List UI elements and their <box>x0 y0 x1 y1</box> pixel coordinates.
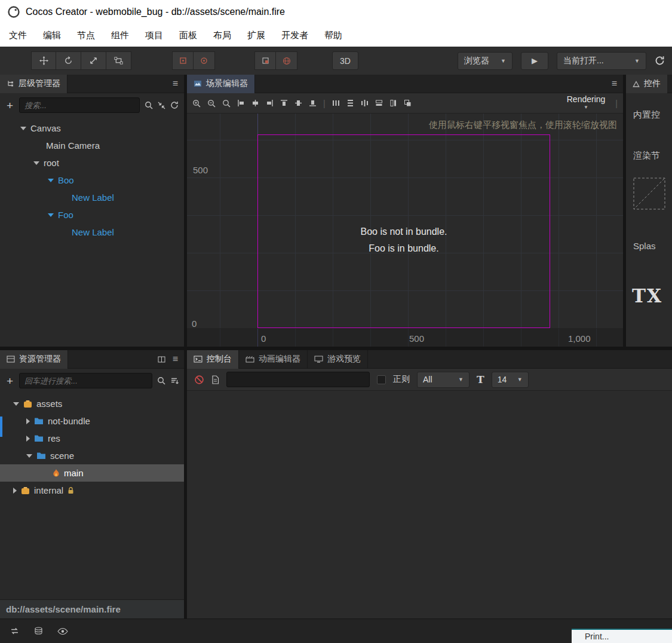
menu-item-component[interactable]: 组件 <box>111 30 129 41</box>
widget-text-preview[interactable]: TX <box>632 285 662 307</box>
tree-node-boo[interactable]: Boo <box>0 172 184 189</box>
hierarchy-menu-icon[interactable]: ≡ <box>173 79 178 88</box>
refresh-icon[interactable] <box>170 101 179 109</box>
move-tool-button[interactable] <box>31 51 56 70</box>
console-filter-input[interactable] <box>226 372 370 387</box>
asset-node-scene[interactable]: scene <box>0 447 184 464</box>
open-scene-dropdown[interactable]: 当前打开... ▼ <box>557 52 646 70</box>
eye-icon[interactable] <box>57 628 68 635</box>
tab-assets[interactable]: 资源管理器 <box>0 350 68 369</box>
caret-down-icon[interactable] <box>20 127 26 130</box>
rect-tool-button[interactable] <box>106 51 131 70</box>
console-output[interactable] <box>187 391 672 618</box>
caret-right-icon[interactable] <box>13 488 17 494</box>
menu-item-extension[interactable]: 扩展 <box>247 30 265 41</box>
collapse-all-icon[interactable] <box>158 102 165 109</box>
add-node-button[interactable]: + <box>5 100 14 111</box>
distribute-v-icon[interactable] <box>346 99 354 107</box>
local-coord-icon[interactable] <box>254 51 276 70</box>
caret-down-icon[interactable] <box>13 402 19 406</box>
menu-item-panel[interactable]: 面板 <box>179 30 197 41</box>
asset-node-internal[interactable]: internal <box>0 482 184 499</box>
tree-node-new-label-2[interactable]: New Label <box>0 223 184 241</box>
tab-game-preview[interactable]: 游戏预览 <box>308 350 368 369</box>
menu-item-help[interactable]: 帮助 <box>324 30 342 41</box>
asset-node-res[interactable]: res <box>0 430 184 447</box>
tab-animation-editor[interactable]: 动画编辑器 <box>239 350 308 369</box>
caret-down-icon[interactable] <box>48 213 54 217</box>
zoom-out-icon[interactable] <box>207 99 216 108</box>
log-level-dropdown[interactable]: All ▼ <box>417 372 470 388</box>
scene-canvas[interactable]: 使用鼠标右键平移视窗焦点，使用滚轮缩放视图 Boo is not in bund… <box>187 114 623 347</box>
tree-node-canvas[interactable]: Canvas <box>0 120 184 137</box>
menu-item-edit[interactable]: 编辑 <box>43 30 61 41</box>
asset-node-assets[interactable]: assets <box>0 395 184 412</box>
hierarchy-search-input[interactable] <box>19 97 140 113</box>
pivot-icon[interactable] <box>172 51 194 70</box>
regex-checkbox[interactable] <box>377 375 386 384</box>
preview-target-dropdown[interactable]: 浏览器 ▼ <box>458 52 513 70</box>
widget-splash-label[interactable]: Splas <box>633 241 656 251</box>
tab-widget-library[interactable]: 控件 <box>626 75 667 93</box>
search-icon[interactable] <box>145 101 153 109</box>
caret-down-icon[interactable] <box>48 179 54 182</box>
tree-node-main-camera[interactable]: Main Camera <box>0 137 184 154</box>
panes-icon[interactable] <box>158 356 165 363</box>
zoom-reset-icon[interactable] <box>222 99 231 108</box>
label-boo[interactable]: Boo is not in bundle. <box>329 223 478 240</box>
align-hcenter-icon[interactable] <box>251 99 259 107</box>
menu-item-developer[interactable]: 开发者 <box>281 30 308 41</box>
search-icon[interactable] <box>157 376 165 385</box>
asset-node-not-bundle[interactable]: not-bundle <box>0 412 184 430</box>
align-right-icon[interactable] <box>266 99 274 107</box>
menu-item-layout[interactable]: 布局 <box>213 30 231 41</box>
rendering-dropdown[interactable]: Rendering ▼ <box>567 96 606 111</box>
scale-tool-button[interactable] <box>81 51 106 70</box>
equal-width-icon[interactable] <box>375 99 383 107</box>
menu-item-file[interactable]: 文件 <box>9 30 27 41</box>
tree-node-root[interactable]: root <box>0 154 184 172</box>
menu-item-node[interactable]: 节点 <box>77 30 95 41</box>
rotate-tool-button[interactable] <box>56 51 81 70</box>
asset-node-main-selected[interactable]: main <box>0 464 184 482</box>
clear-console-icon[interactable] <box>194 375 204 385</box>
sprite-placeholder-icon[interactable] <box>633 177 665 210</box>
label-foo[interactable]: Foo is in bundle. <box>329 240 478 257</box>
play-button[interactable]: ▶ <box>521 52 548 70</box>
sort-icon[interactable] <box>170 377 179 385</box>
distribute-h-icon[interactable] <box>332 99 340 107</box>
tab-console[interactable]: 控制台 <box>187 350 239 369</box>
scene-label-nodes[interactable]: Boo is not in bundle. Foo is in bundle. <box>329 223 478 257</box>
add-asset-button[interactable]: + <box>5 375 14 387</box>
equal-height-icon[interactable] <box>389 99 397 107</box>
caret-down-icon[interactable] <box>33 161 39 165</box>
widget-group-render[interactable]: 渲染节 <box>633 150 660 161</box>
widget-group-builtin[interactable]: 内置控 <box>633 109 660 121</box>
caret-right-icon[interactable] <box>26 436 30 442</box>
align-left-icon[interactable] <box>237 99 245 107</box>
open-log-file-icon[interactable] <box>211 375 219 384</box>
assets-search-input[interactable] <box>19 373 152 388</box>
align-vcenter-icon[interactable] <box>294 99 302 107</box>
world-coord-globe-icon[interactable] <box>276 51 297 70</box>
tab-scene-editor[interactable]: 场景编辑器 <box>187 75 255 93</box>
font-size-dropdown[interactable]: 14 ▼ <box>492 372 529 388</box>
align-bottom-icon[interactable] <box>309 99 317 107</box>
zoom-in-icon[interactable] <box>192 99 201 108</box>
caret-right-icon[interactable] <box>26 418 30 424</box>
tab-hierarchy[interactable]: 层级管理器 <box>0 75 67 93</box>
distribute-center-icon[interactable] <box>361 99 369 107</box>
anchor-icon[interactable] <box>194 51 215 70</box>
database-icon[interactable] <box>34 627 43 635</box>
menu-item-project[interactable]: 项目 <box>145 30 163 41</box>
scene-menu-icon[interactable]: ≡ <box>612 79 617 88</box>
equal-size-icon[interactable] <box>404 99 412 107</box>
align-top-icon[interactable] <box>280 99 288 107</box>
3d-mode-button[interactable]: 3D <box>332 51 358 70</box>
sync-icon[interactable] <box>10 627 20 635</box>
tree-node-foo[interactable]: Foo <box>0 206 184 223</box>
caret-down-icon[interactable] <box>26 454 32 458</box>
refresh-icon[interactable] <box>655 56 665 66</box>
tree-node-new-label-1[interactable]: New Label <box>0 189 184 206</box>
assets-menu-icon[interactable]: ≡ <box>173 354 178 365</box>
